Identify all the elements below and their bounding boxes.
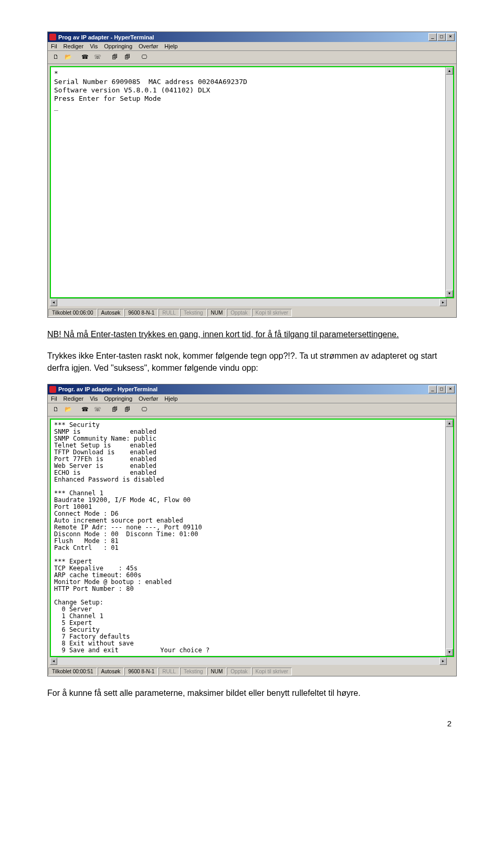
scroll-right-icon[interactable]: ▸ — [439, 299, 447, 306]
titlebar[interactable]: Prog av IP adapter - HyperTerminal _ □ × — [48, 32, 456, 42]
tb-open-icon[interactable]: 📂 — [62, 404, 74, 415]
window-title: Progr. av IP adapter - HyperTerminal — [58, 386, 158, 392]
close-button[interactable]: × — [446, 33, 455, 41]
status-num: NUM — [207, 309, 227, 317]
status-connected: Tilkoblet 00:06:00 — [48, 309, 97, 317]
scrollbar-vertical[interactable]: ▴ ▾ — [445, 67, 453, 297]
instruction-maximize: For å kunne få sett alle parameterne, ma… — [47, 687, 457, 699]
statusbar: Tilkoblet 00:06:00 Autosøk 9600 8-N-1 RU… — [48, 308, 456, 317]
menu-rediger[interactable]: Rediger — [64, 43, 84, 49]
scroll-down-icon[interactable]: ▾ — [446, 649, 453, 656]
scroll-left-icon[interactable]: ◂ — [50, 658, 57, 665]
scroll-down-icon[interactable]: ▾ — [446, 290, 453, 297]
window-title: Prog av IP adapter - HyperTerminal — [58, 34, 154, 40]
status-caps: Teksting — [180, 309, 207, 317]
tb-call-icon[interactable]: ☎ — [79, 404, 91, 415]
tb-props-icon[interactable]: 🖵 — [138, 404, 150, 415]
scrollbar-horizontal[interactable]: ◂ ▸ — [50, 657, 447, 665]
tb-hangup-icon[interactable]: ☏ — [92, 52, 103, 62]
instruction-retry: Trykkes ikke Enter-tasten raskt nok, kom… — [47, 350, 457, 374]
scrollbar-horizontal[interactable]: ◂ ▸ — [50, 298, 447, 306]
tb-new-icon[interactable]: 🗋 — [50, 52, 61, 62]
scrollbar-vertical[interactable]: ▴ ▾ — [445, 420, 453, 656]
status-print: Kopi til skriver — [252, 309, 292, 317]
tb-send-icon[interactable]: 🗐 — [109, 52, 120, 62]
status-scroll: RULL — [159, 309, 180, 317]
menu-rediger[interactable]: Rediger — [64, 395, 84, 402]
scroll-corner — [447, 657, 454, 664]
hyperterminal-window-2: Progr. av IP adapter - HyperTerminal _ □… — [47, 384, 457, 676]
close-button[interactable]: × — [446, 385, 455, 393]
tb-send-icon[interactable]: 🗐 — [109, 404, 120, 415]
scroll-track[interactable] — [446, 427, 453, 649]
scroll-right-icon[interactable]: ▸ — [439, 658, 447, 665]
tb-hangup-icon[interactable]: ☏ — [92, 404, 103, 415]
terminal-output[interactable]: *** Security SNMP is enabled SNMP Commun… — [51, 420, 445, 656]
tb-receive-icon[interactable]: 🗐 — [121, 52, 133, 62]
scroll-track[interactable] — [446, 75, 453, 290]
hyperterminal-window-1: Prog av IP adapter - HyperTerminal _ □ ×… — [47, 32, 457, 318]
status-baud: 9600 8-N-1 — [124, 309, 158, 317]
status-capture: Opptak — [227, 668, 251, 675]
tb-open-icon[interactable]: 📂 — [62, 52, 74, 62]
app-icon — [49, 34, 56, 40]
titlebar[interactable]: Progr. av IP adapter - HyperTerminal _ □… — [48, 384, 456, 394]
minimize-button[interactable]: _ — [428, 33, 437, 41]
menu-vis[interactable]: Vis — [90, 43, 98, 49]
maximize-button[interactable]: □ — [437, 33, 446, 41]
page-number: 2 — [47, 708, 457, 733]
scroll-up-icon[interactable]: ▴ — [446, 420, 453, 427]
maximize-button[interactable]: □ — [437, 385, 446, 393]
status-baud: 9600 8-N-1 — [124, 668, 158, 675]
status-scroll: RULL — [159, 668, 180, 675]
status-capture: Opptak — [227, 309, 251, 317]
tb-props-icon[interactable]: 🖵 — [138, 52, 150, 62]
status-autodetect: Autosøk — [98, 309, 124, 317]
menu-overfor[interactable]: Overfør — [139, 395, 158, 402]
menu-oppringing[interactable]: Oppringing — [104, 395, 132, 402]
scroll-track-h[interactable] — [57, 658, 439, 665]
scroll-track-h[interactable] — [57, 299, 439, 306]
toolbar: 🗋 📂 ☎ ☏ 🗐 🗐 🖵 — [48, 51, 456, 64]
toolbar: 🗋 📂 ☎ ☏ 🗐 🗐 🖵 — [48, 403, 456, 416]
status-print: Kopi til skriver — [252, 668, 292, 675]
tb-new-icon[interactable]: 🗋 — [50, 404, 61, 415]
menu-vis[interactable]: Vis — [90, 395, 98, 402]
statusbar: Tilkoblet 00:00:51 Autosøk 9600 8-N-1 RU… — [48, 667, 456, 676]
status-num: NUM — [207, 668, 227, 675]
menu-hjelp[interactable]: Hjelp — [164, 43, 177, 49]
terminal-output[interactable]: * Serial Number 6909085 MAC address 0020… — [51, 67, 445, 297]
menu-hjelp[interactable]: Hjelp — [164, 395, 177, 402]
status-caps: Teksting — [180, 668, 207, 675]
minimize-button[interactable]: _ — [428, 385, 437, 393]
scroll-left-icon[interactable]: ◂ — [50, 299, 57, 306]
status-connected: Tilkoblet 00:00:51 — [48, 668, 97, 675]
scroll-up-icon[interactable]: ▴ — [446, 67, 453, 75]
app-icon — [49, 386, 56, 393]
tb-call-icon[interactable]: ☎ — [79, 52, 91, 62]
instruction-nb: NB! Nå må Enter-tasten trykkes en gang, … — [47, 328, 457, 340]
menu-overfor[interactable]: Overfør — [139, 43, 158, 49]
tb-receive-icon[interactable]: 🗐 — [121, 404, 133, 415]
menubar: Fil Rediger Vis Oppringing Overfør Hjelp — [48, 42, 456, 51]
scroll-corner — [447, 298, 454, 306]
menu-oppringing[interactable]: Oppringing — [104, 43, 132, 49]
menu-fil[interactable]: Fil — [51, 395, 57, 402]
status-autodetect: Autosøk — [98, 668, 124, 675]
menu-fil[interactable]: Fil — [51, 43, 57, 49]
menubar: Fil Rediger Vis Oppringing Overfør Hjelp — [48, 394, 456, 403]
